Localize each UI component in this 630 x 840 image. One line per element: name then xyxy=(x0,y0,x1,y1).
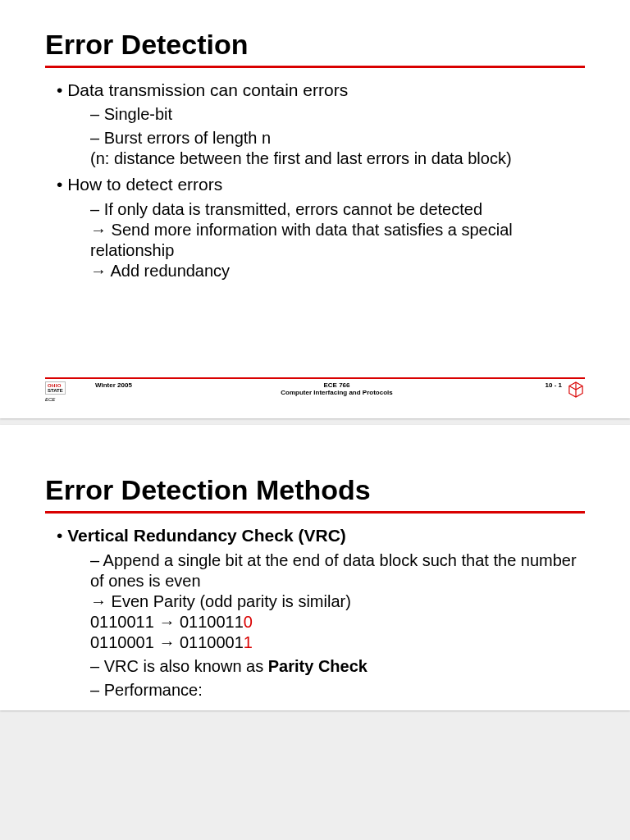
s1-bullet2a: If only data is transmitted, errors cann… xyxy=(90,199,585,281)
s2-b1c-bold: Parity Check xyxy=(268,657,368,675)
s1-bullet1: Data transmission can contain errors xyxy=(57,80,585,101)
s1-bullet2a-line3: → Add redundancy xyxy=(90,261,585,281)
ex1-main: 0110011 → 0110011 xyxy=(90,613,244,631)
s2-b1a-line2: → Even Parity (odd parity is similar) xyxy=(90,591,585,612)
osu-logo-top: OHIO xyxy=(48,383,63,388)
s1-bullet2a-line1: If only data is transmitted, errors cann… xyxy=(104,200,482,218)
s2-example1: 0110011 → 01100110 xyxy=(90,612,585,632)
footer-left-badge: OHIO STATE ECE xyxy=(45,381,90,403)
osu-logo-bottom: STATE xyxy=(48,388,63,393)
s2-bullet1: Vertical Redundancy Check (VRC) xyxy=(57,525,585,546)
s1-bullet1b-line2: (n: distance between the first and last … xyxy=(90,148,585,169)
ex1-parity-bit: 0 xyxy=(244,613,253,631)
s1-bullet1b-line1: Burst errors of length n xyxy=(104,129,271,147)
slide-2: Error Detection Methods Vertical Redunda… xyxy=(0,425,630,710)
s2-b1-text: Vertical Redundancy Check (VRC) xyxy=(67,526,346,545)
s2-example2: 0110001 → 01100011 xyxy=(90,632,585,653)
title-underline-2 xyxy=(45,511,585,514)
ece-label: ECE xyxy=(45,397,90,402)
slide2-title: Error Detection Methods xyxy=(45,474,585,506)
footer-term: Winter 2005 xyxy=(95,381,153,389)
slide-1: Error Detection Data transmission can co… xyxy=(0,0,630,418)
s2-b1a-line1: Append a single bit at the end of data b… xyxy=(90,551,577,590)
title-underline xyxy=(45,66,585,68)
footer-subtitle: Computer Interfacing and Protocols xyxy=(153,389,521,396)
ex2-parity-bit: 1 xyxy=(244,633,253,651)
cube-icon xyxy=(568,381,583,399)
footer-page: 10 - 1 xyxy=(521,381,562,389)
ex2-main: 0110001 → 0110001 xyxy=(90,633,244,651)
s2-b1c-pre: VRC is also known as xyxy=(104,657,268,675)
s1-bullet2: How to detect errors xyxy=(57,174,585,195)
osu-logo: OHIO STATE xyxy=(45,381,66,395)
s1-bullet1b: Burst errors of length n (n: distance be… xyxy=(90,128,585,169)
s1-bullet1a: Single-bit xyxy=(90,104,585,125)
slide1-footer: OHIO STATE ECE Winter 2005 ECE 766 Compu… xyxy=(45,377,585,411)
footer-course: ECE 766 xyxy=(323,381,349,389)
s2-bullet1a: Append a single bit at the end of data b… xyxy=(90,550,585,653)
footer-right-icon xyxy=(567,381,585,399)
s2-bullet1c: VRC is also known as Parity Check xyxy=(90,656,585,677)
s2-bullet1d: Performance: xyxy=(90,680,585,701)
s1-bullet2a-line2: → Send more information with data that s… xyxy=(90,220,585,261)
slide1-title: Error Detection xyxy=(45,29,585,61)
